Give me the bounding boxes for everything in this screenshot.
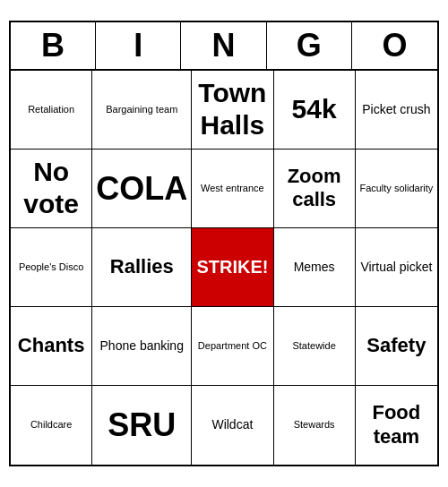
- bingo-cell: Faculty solidarity: [356, 150, 437, 228]
- bingo-cell: Stewards: [274, 386, 356, 465]
- bingo-card: BINGO RetaliationBargaining teamTown Hal…: [9, 21, 439, 466]
- bingo-cell: Childcare: [11, 386, 92, 465]
- bingo-cell: SRU: [92, 386, 192, 465]
- bingo-cell: STRIKE!: [192, 228, 273, 307]
- bingo-header-letter: I: [96, 22, 181, 69]
- bingo-header-letter: N: [181, 22, 266, 69]
- cell-label: People's Disco: [19, 261, 83, 273]
- cell-label: Department OC: [198, 340, 267, 352]
- bingo-cell: Department OC: [192, 307, 273, 386]
- cell-label: Retaliation: [28, 104, 74, 115]
- cell-label: COLA: [96, 169, 187, 208]
- bingo-cell: Town Halls: [192, 71, 273, 150]
- bingo-cell: Statewide: [274, 307, 356, 386]
- bingo-cell: Memes: [274, 228, 356, 307]
- bingo-cell: West entrance: [192, 150, 273, 228]
- cell-label: Rallies: [110, 255, 174, 278]
- bingo-cell: People's Disco: [11, 228, 92, 307]
- cell-label: Wildcat: [211, 417, 253, 432]
- bingo-cell: 54k: [274, 71, 356, 150]
- bingo-header: BINGO: [11, 22, 437, 71]
- cell-label: Safety: [366, 334, 426, 357]
- bingo-cell: Food team: [356, 386, 437, 465]
- bingo-cell: Picket crush: [356, 71, 437, 150]
- cell-label: Food team: [359, 401, 434, 449]
- bingo-cell: COLA: [92, 150, 192, 228]
- bingo-grid: RetaliationBargaining teamTown Halls54kP…: [11, 71, 437, 465]
- bingo-cell: Chants: [11, 307, 92, 386]
- bingo-cell: Retaliation: [11, 71, 92, 150]
- cell-label: Town Halls: [195, 77, 269, 141]
- cell-label: Childcare: [30, 419, 72, 431]
- bingo-cell: Safety: [356, 307, 437, 386]
- cell-label: SRU: [108, 406, 176, 444]
- cell-label: No vote: [14, 156, 88, 220]
- cell-label: Faculty solidarity: [359, 183, 433, 194]
- cell-label: Phone banking: [100, 338, 184, 354]
- cell-label: Virtual picket: [360, 260, 432, 275]
- cell-label: Picket crush: [362, 102, 430, 117]
- cell-label: 54k: [292, 93, 337, 125]
- bingo-cell: Rallies: [92, 228, 192, 307]
- bingo-cell: Wildcat: [192, 386, 273, 465]
- cell-label: West entrance: [201, 183, 264, 194]
- cell-label: Memes: [294, 260, 335, 275]
- cell-label: Zoom calls: [278, 165, 351, 212]
- bingo-cell: Bargaining team: [92, 71, 192, 150]
- cell-label: Stewards: [294, 419, 335, 431]
- bingo-header-letter: O: [352, 22, 437, 69]
- bingo-cell: No vote: [11, 150, 92, 228]
- cell-label: Statewide: [292, 340, 335, 352]
- bingo-header-letter: G: [267, 22, 352, 69]
- cell-label: Bargaining team: [106, 104, 177, 115]
- bingo-header-letter: B: [11, 22, 96, 69]
- bingo-cell: Virtual picket: [356, 228, 437, 307]
- bingo-cell: Phone banking: [92, 307, 192, 386]
- bingo-cell: Zoom calls: [274, 150, 356, 228]
- cell-label: Chants: [18, 334, 85, 357]
